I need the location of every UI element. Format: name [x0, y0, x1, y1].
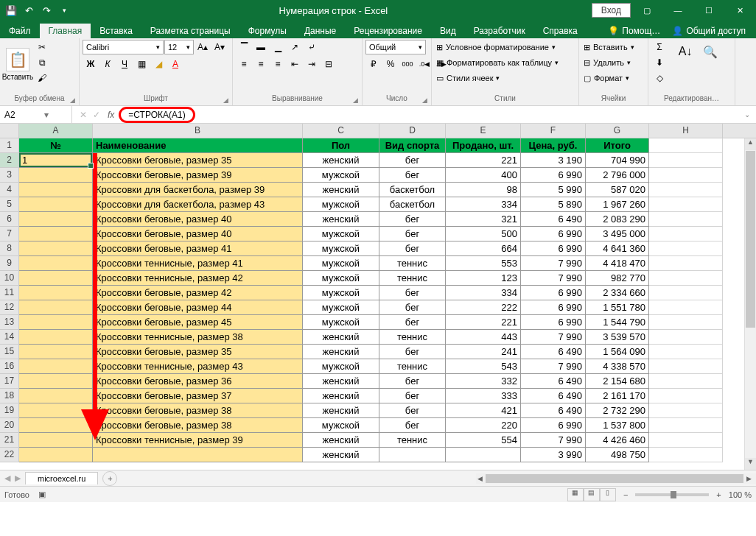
bold-button[interactable]: Ж	[83, 57, 99, 71]
row-header[interactable]: 3	[0, 168, 19, 183]
row-header[interactable]: 5	[0, 197, 19, 212]
cell[interactable]: 334	[446, 286, 521, 300]
row-header[interactable]: 19	[0, 403, 19, 418]
cell[interactable]: Цена, руб.	[521, 138, 586, 153]
page-layout-icon[interactable]: ▤	[584, 488, 600, 501]
add-sheet-icon[interactable]: +	[102, 471, 117, 486]
cell[interactable]: Кроссовки теннисные, размер 38	[93, 330, 303, 345]
cell[interactable]: мужской	[303, 256, 379, 271]
cell[interactable]: 500	[446, 227, 521, 241]
cell[interactable]: 6 490	[521, 403, 586, 418]
cell[interactable]	[649, 389, 723, 403]
row-header[interactable]: 6	[0, 212, 19, 227]
cell[interactable]	[649, 168, 723, 183]
number-format-combo[interactable]: Общий▾	[365, 40, 426, 54]
cut-icon[interactable]: ✂	[34, 40, 50, 54]
col-header[interactable]: E	[446, 124, 521, 138]
cell[interactable]: Кроссовки беговые, размер 38	[93, 403, 303, 418]
cell[interactable]: бег	[379, 389, 446, 403]
cell[interactable]: женский	[303, 153, 379, 168]
cell[interactable]: бег	[379, 315, 446, 330]
align-middle-icon[interactable]: ▬	[253, 40, 269, 54]
cell[interactable]: мужской	[303, 315, 379, 330]
cell[interactable]: баскетбол	[379, 183, 446, 197]
cell[interactable]	[19, 241, 93, 256]
tab-formulas[interactable]: Формулы	[239, 24, 295, 38]
cell[interactable]: Кроссовки беговые, размер 38	[93, 418, 303, 433]
sheet-prev-icon[interactable]: ◀	[4, 473, 10, 483]
conditional-format-button[interactable]: ⊞Условное форматирование▾	[435, 40, 557, 54]
cell[interactable]: женский	[303, 330, 379, 345]
group-launcher-icon[interactable]: ◢	[422, 96, 430, 104]
cell[interactable]	[19, 403, 93, 418]
tab-review[interactable]: Рецензирование	[345, 24, 431, 38]
comma-icon[interactable]: 000	[399, 57, 416, 71]
cell[interactable]: бег	[379, 153, 446, 168]
tab-data[interactable]: Данные	[295, 24, 345, 38]
merge-icon[interactable]: ⊟	[321, 57, 337, 71]
share-button[interactable]: 👤Общий доступ	[666, 24, 752, 38]
cell[interactable]: 553	[446, 256, 521, 271]
cell[interactable]: 321	[446, 212, 521, 227]
cell[interactable]: 3 990	[521, 448, 586, 462]
cell[interactable]: 5 890	[521, 197, 586, 212]
row-header[interactable]: 8	[0, 241, 19, 256]
cell[interactable]: Кроссовки беговые, размер 36	[93, 374, 303, 389]
cell[interactable]: мужской	[303, 197, 379, 212]
cell[interactable]: мужской	[303, 241, 379, 256]
cell[interactable]: 241	[446, 345, 521, 359]
sheet-next-icon[interactable]: ▶	[15, 473, 21, 483]
zoom-thumb[interactable]	[671, 491, 676, 498]
cell[interactable]: 2 154 680	[586, 374, 649, 389]
cell[interactable]: 6 490	[521, 374, 586, 389]
cell[interactable]: Кроссовки для баскетбола, размер 39	[93, 183, 303, 197]
cell[interactable]: 587 020	[586, 183, 649, 197]
cell[interactable]: женский	[303, 448, 379, 462]
scroll-thumb[interactable]	[746, 151, 755, 328]
cell[interactable]	[19, 345, 93, 359]
format-cells-button[interactable]: ▢Формат▾	[582, 71, 631, 85]
cell[interactable]: 123	[446, 271, 521, 286]
cell[interactable]: женский	[303, 183, 379, 197]
cell[interactable]	[649, 183, 723, 197]
tab-file[interactable]: Файл	[0, 24, 40, 38]
cell[interactable]	[19, 256, 93, 271]
cell[interactable]: Итого	[586, 138, 649, 153]
cell[interactable]: 2 796 000	[586, 168, 649, 183]
undo-icon[interactable]: ↶	[21, 2, 37, 18]
cell[interactable]: Кроссовки беговые, размер 39	[93, 168, 303, 183]
cell[interactable]: 6 990	[521, 286, 586, 300]
row-header[interactable]: 16	[0, 359, 19, 374]
name-box-input[interactable]	[0, 110, 44, 120]
cell[interactable]: Кроссовки теннисные, размер 43	[93, 359, 303, 374]
row-header[interactable]: 22	[0, 448, 19, 462]
tab-view[interactable]: Вид	[431, 24, 465, 38]
cell[interactable]: 1	[19, 153, 93, 168]
cell[interactable]: мужской	[303, 418, 379, 433]
cell[interactable]	[649, 138, 723, 153]
sheet-tab[interactable]: microexcel.ru	[25, 472, 98, 484]
cell[interactable]: 4 418 470	[586, 256, 649, 271]
sort-filter-icon[interactable]: A↓	[673, 40, 697, 63]
ribbon-display-icon[interactable]: ▢	[632, 0, 662, 21]
cell[interactable]: 7 990	[521, 330, 586, 345]
cell[interactable]: женский	[303, 345, 379, 359]
cell[interactable]: бег	[379, 300, 446, 315]
cell[interactable]	[379, 448, 446, 462]
align-center-icon[interactable]: ≡	[253, 57, 269, 71]
cell[interactable]: мужской	[303, 286, 379, 300]
cell[interactable]: №	[19, 138, 93, 153]
cell[interactable]	[19, 300, 93, 315]
tab-developer[interactable]: Разработчик	[465, 24, 534, 38]
col-header[interactable]: F	[521, 124, 586, 138]
border-icon[interactable]: ▦	[133, 57, 150, 71]
cell[interactable]: 400	[446, 168, 521, 183]
scroll-down-icon[interactable]: ▼	[745, 458, 756, 470]
col-header[interactable]: H	[649, 124, 723, 138]
save-icon[interactable]: 💾	[3, 2, 19, 18]
cell[interactable]: 7 990	[521, 256, 586, 271]
align-bottom-icon[interactable]: ▁	[270, 40, 286, 54]
cell[interactable]: бег	[379, 345, 446, 359]
cell[interactable]: теннис	[379, 271, 446, 286]
cell[interactable]: 221	[446, 315, 521, 330]
